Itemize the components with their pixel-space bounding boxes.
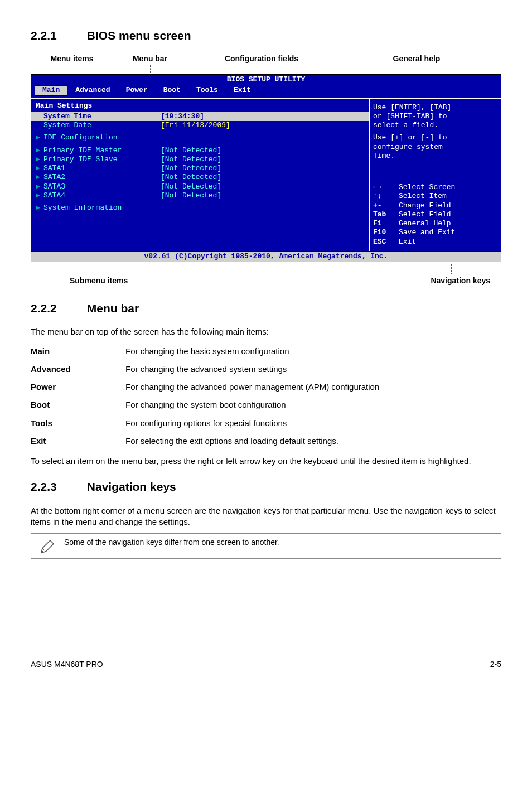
footer-right: 2-5 [490, 659, 501, 670]
row-sata4[interactable]: ▶ SATA4 [Not Detected] [31, 191, 369, 200]
key-desc: Change Field [399, 201, 451, 210]
menu-exit[interactable]: Exit [226, 85, 259, 95]
section-para: At the bottom right corner of a menu scr… [31, 505, 501, 528]
help-line: Use [+] or [-] to [373, 133, 497, 142]
submenu-arrow-icon: ▶ [36, 191, 43, 200]
heading-2-2-3: 2.2.3 Navigation keys [31, 479, 501, 495]
def-desc: For selecting the exit options and loadi… [125, 432, 379, 450]
label-sata3: SATA3 [43, 182, 161, 191]
bios-nav-keys-legend: ←→Select Screen ↑↓Select Item +-Change F… [373, 183, 497, 247]
key-desc: General Help [399, 219, 451, 228]
footer-left: ASUS M4N68T PRO [31, 659, 103, 670]
menu-main[interactable]: Main [35, 85, 67, 95]
submenu-arrow-icon: ▶ [36, 133, 43, 142]
key-label: +- [373, 201, 399, 210]
value-sata1: [Not Detected] [161, 164, 364, 173]
value-pim: [Not Detected] [161, 146, 364, 155]
key-desc: Exit [399, 238, 416, 247]
note-block: Some of the navigation keys differ from … [31, 533, 501, 559]
heading-2-2-2: 2.2.2 Menu bar [31, 301, 501, 316]
submenu-arrow-icon: ▶ [36, 173, 43, 182]
value-sata4: [Not Detected] [161, 191, 364, 200]
row-primary-ide-slave[interactable]: ▶ Primary IDE Slave [Not Detected] [31, 155, 369, 164]
anno-general-help: General help [393, 54, 441, 63]
row-sata1[interactable]: ▶ SATA1 [Not Detected] [31, 164, 369, 173]
key-label: F10 [373, 228, 399, 237]
key-label: ESC [373, 238, 399, 247]
label-sata4: SATA4 [43, 191, 161, 200]
key-desc: Save and Exit [399, 228, 455, 237]
bios-bottom-annotations: Submenu items Navigation keys [36, 264, 496, 286]
bios-menubar: Main Advanced Power Boot Tools Exit [31, 85, 501, 97]
def-desc: For changing the advanced power manageme… [125, 378, 379, 396]
value-system-date: [Fri 11/13/2009] [161, 121, 364, 130]
help-line: select a field. [373, 121, 497, 130]
bios-top-annotations: Menu items Menu bar Configuration fields… [33, 54, 499, 73]
menu-boot[interactable]: Boot [156, 85, 188, 95]
section-trail: To select an item on the menu bar, press… [31, 456, 501, 467]
def-desc: For changing the system boot configurati… [125, 396, 379, 414]
label-system-date: System Date [43, 121, 161, 130]
def-term: Advanced [31, 360, 125, 378]
key-desc: Select Item [399, 192, 447, 201]
bios-screenshot: BIOS SETUP UTILITY Main Advanced Power B… [31, 74, 501, 262]
bios-main-pane: Main Settings System Time [19:34:30] Sys… [31, 99, 370, 251]
heading-2-2-1: 2.2.1 BIOS menu screen [31, 28, 501, 44]
menu-power[interactable]: Power [118, 85, 156, 95]
arrows-lr-icon: ←→ [373, 183, 399, 192]
key-label: F1 [373, 219, 399, 228]
pencil-icon [31, 537, 64, 555]
key-desc: Select Screen [399, 183, 455, 192]
help-line: configure system [373, 143, 497, 152]
arrows-ud-icon: ↑↓ [373, 192, 399, 201]
label-ide-config: IDE Configuration [43, 133, 161, 142]
key-label: Tab [373, 210, 399, 219]
key-desc: Select Field [399, 210, 451, 219]
bios-footer: v02.61 (C)Copyright 1985-2010, American … [31, 251, 501, 262]
section-lead: The menu bar on top of the screen has th… [31, 326, 501, 337]
submenu-arrow-icon: ▶ [36, 146, 43, 155]
anno-config-fields: Configuration fields [225, 54, 298, 63]
menu-advanced[interactable]: Advanced [67, 85, 118, 95]
row-system-information[interactable]: ▶ System Information [31, 204, 369, 212]
anno-nav-keys: Navigation keys [384, 276, 490, 286]
note-text: Some of the navigation keys differ from … [64, 537, 501, 548]
label-sata1: SATA1 [43, 164, 161, 173]
bios-subheading: Main Settings [31, 101, 369, 112]
row-primary-ide-master[interactable]: ▶ Primary IDE Master [Not Detected] [31, 146, 369, 155]
anno-menu-bar: Menu bar [133, 54, 167, 63]
anno-menu-items: Menu items [50, 54, 93, 63]
bios-help-pane: Use [ENTER], [TAB] or [SHIFT-TAB] to sel… [370, 99, 501, 251]
help-line: Use [ENTER], [TAB] [373, 103, 497, 112]
def-term: Exit [31, 432, 125, 450]
submenu-arrow-icon: ▶ [36, 182, 43, 191]
menu-tools[interactable]: Tools [188, 85, 226, 95]
anno-submenu-items: Submenu items [70, 276, 148, 286]
label-sata2: SATA2 [43, 173, 161, 182]
heading-num: 2.2.1 [31, 28, 84, 44]
help-line: or [SHIFT-TAB] to [373, 112, 497, 121]
value-sata2: [Not Detected] [161, 173, 364, 182]
submenu-arrow-icon: ▶ [36, 204, 43, 212]
page-footer: ASUS M4N68T PRO 2-5 [31, 659, 501, 670]
help-line: Time. [373, 152, 497, 161]
row-system-time[interactable]: System Time [19:34:30] [31, 112, 369, 121]
menu-definitions: MainFor changing the basic system config… [31, 342, 379, 451]
submenu-arrow-icon: ▶ [36, 164, 43, 173]
heading-title: Menu bar [87, 302, 139, 315]
label-system-time: System Time [43, 112, 161, 121]
value-sata3: [Not Detected] [161, 182, 364, 191]
row-ide-config[interactable]: ▶ IDE Configuration [31, 133, 369, 142]
label-sysinfo: System Information [43, 204, 161, 212]
def-desc: For configuring options for special func… [125, 414, 379, 432]
heading-num: 2.2.2 [31, 301, 84, 316]
def-desc: For changing the basic system configurat… [125, 342, 379, 360]
row-sata3[interactable]: ▶ SATA3 [Not Detected] [31, 182, 369, 191]
label-pim: Primary IDE Master [43, 146, 161, 155]
def-term: Main [31, 342, 125, 360]
def-term: Power [31, 378, 125, 396]
row-system-date[interactable]: System Date [Fri 11/13/2009] [31, 121, 369, 130]
value-system-time: [19:34:30] [161, 112, 364, 121]
def-term: Tools [31, 414, 125, 432]
row-sata2[interactable]: ▶ SATA2 [Not Detected] [31, 173, 369, 182]
